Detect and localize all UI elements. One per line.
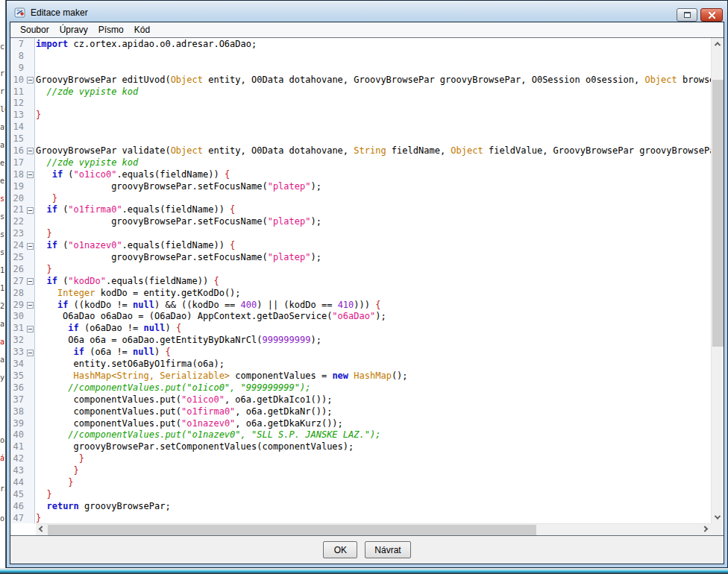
code-text[interactable]: GroovyBrowsePar validate(Object entity, … (36, 145, 711, 157)
code-text[interactable]: } (36, 477, 74, 489)
code-line[interactable]: 23 } (10, 228, 711, 240)
fold-collapse-icon[interactable] (27, 302, 34, 309)
code-text[interactable]: GroovyBrowsePar editUvod(Object entity, … (36, 75, 711, 86)
menu-item-kod[interactable]: Kód (129, 23, 155, 37)
fold-collapse-icon[interactable] (27, 207, 34, 214)
fold-collapse-icon[interactable] (27, 77, 34, 83)
code-text[interactable]: groovyBrowsePar.setFocusName("platep"); (36, 181, 321, 193)
code-line[interactable]: 44 } (10, 477, 711, 489)
fold-collapse-icon[interactable] (27, 278, 34, 285)
vertical-scrollbar-thumb[interactable] (712, 80, 724, 347)
code-text[interactable]: } (36, 465, 79, 477)
code-line[interactable]: 24 if ("o1nazev0".equals(fieldName)) { (10, 240, 711, 252)
horizontal-scrollbar[interactable] (36, 523, 711, 535)
code-editor[interactable]: 7import cz.ortex.apidao.o0.adresar.O6aDa… (10, 37, 724, 535)
close-button[interactable] (700, 8, 723, 22)
code-line[interactable]: 47} (10, 513, 711, 523)
code-text[interactable]: if ("o1nazev0".equals(fieldName)) { (36, 240, 235, 252)
vertical-scrollbar[interactable] (711, 38, 724, 523)
code-line[interactable]: 46 return groovyBrowsePar; (10, 501, 711, 513)
code-text[interactable]: groovyBrowsePar.setFocusName("platep"); (36, 252, 321, 264)
code-text[interactable]: if ("o1ico0".equals(fieldName)) { (36, 169, 230, 181)
fold-collapse-icon[interactable] (27, 148, 34, 154)
code-line[interactable]: 36 //componentValues.put("o1ico0", "9999… (10, 382, 711, 394)
code-text[interactable]: if (o6aDao != null) { (36, 323, 181, 335)
scroll-right-button[interactable] (699, 524, 711, 535)
code-line[interactable]: 39 componentValues.put("o1nazev0", o6a.g… (10, 418, 711, 430)
code-text[interactable]: componentValues.put("o1nazev0", o6a.getD… (36, 418, 343, 430)
code-line[interactable]: 15 (10, 133, 711, 145)
code-line[interactable]: 28 Integer kodDo = entity.getKodDo(); (10, 288, 711, 300)
code-line[interactable]: 8 (10, 51, 711, 63)
scroll-left-button[interactable] (36, 524, 48, 535)
code-text[interactable]: entity.setO6aByO1firma(o6a); (36, 359, 225, 370)
code-text[interactable]: if ((kodDo != null) && ((kodDo == 400) |… (36, 300, 380, 312)
code-line[interactable]: 31 if (o6aDao != null) { (10, 323, 711, 335)
menu-item-soubor[interactable]: Soubor (15, 23, 54, 37)
code-line[interactable]: 42 } (10, 453, 711, 465)
code-text[interactable]: groovyBrowsePar.setComponentValues(compo… (36, 441, 354, 453)
code-line[interactable]: 35 HashMap<String, Serializable> compone… (10, 370, 711, 382)
code-line[interactable]: 19 groovyBrowsePar.setFocusName("platep"… (10, 181, 711, 193)
fold-collapse-icon[interactable] (27, 243, 34, 250)
scroll-down-button[interactable] (712, 511, 724, 523)
code-line[interactable]: 16GroovyBrowsePar validate(Object entity… (10, 145, 711, 157)
code-text[interactable]: //componentValues.put("o1nazev0", "SLL S… (36, 429, 380, 441)
ok-button[interactable]: OK (323, 541, 357, 558)
code-line[interactable]: 7import cz.ortex.apidao.o0.adresar.O6aDa… (10, 39, 711, 51)
code-line[interactable]: 43 } (10, 465, 711, 477)
code-line[interactable]: 41 groovyBrowsePar.setComponentValues(co… (10, 441, 711, 453)
code-line[interactable]: 38 componentValues.put("o1firma0", o6a.g… (10, 406, 711, 418)
scroll-up-button[interactable] (712, 38, 724, 50)
code-text[interactable]: } (36, 264, 52, 276)
code-text[interactable]: //componentValues.put("o1ico0", "9999999… (36, 382, 310, 394)
code-text[interactable]: Integer kodDo = entity.getKodDo(); (36, 288, 241, 300)
code-text[interactable]: //zde vypiste kod (36, 86, 138, 98)
maximize-button[interactable] (677, 8, 697, 22)
code-text[interactable]: groovyBrowsePar.setFocusName("platep"); (36, 216, 321, 228)
code-line[interactable]: 25 groovyBrowsePar.setFocusName("platep"… (10, 252, 711, 264)
code-text[interactable]: O6aDao o6aDao = (O6aDao) AppContext.getD… (36, 311, 386, 323)
code-text[interactable]: } (36, 110, 41, 122)
code-text[interactable]: if ("kodDo".equals(fieldName)) { (36, 276, 219, 288)
code-text[interactable]: componentValues.put("o1ico0", o6a.getDka… (36, 394, 332, 406)
code-text[interactable]: //zde vypiste kod (36, 157, 138, 169)
code-text[interactable]: O6a o6a = o6aDao.getEntityByDkaNrCl(9999… (36, 335, 321, 347)
code-text[interactable]: if (o6a != null) { (36, 347, 171, 359)
navrat-button[interactable]: Návrat (365, 541, 410, 558)
code-text[interactable]: } (36, 489, 52, 501)
code-line[interactable]: 14 (10, 122, 711, 133)
code-line[interactable]: 37 componentValues.put("o1ico0", o6a.get… (10, 394, 711, 406)
code-text[interactable]: return groovyBrowsePar; (36, 501, 171, 513)
code-line[interactable]: 10GroovyBrowsePar editUvod(Object entity… (10, 75, 711, 86)
code-line[interactable]: 34 entity.setO6aByO1firma(o6a); (10, 359, 711, 370)
code-line[interactable]: 26 } (10, 264, 711, 276)
code-text[interactable]: HashMap<String, Serializable> componentV… (36, 370, 408, 382)
code-line[interactable]: 33 if (o6a != null) { (10, 347, 711, 359)
code-line[interactable]: 45 } (10, 489, 711, 501)
code-line[interactable]: 20 } (10, 193, 711, 205)
fold-collapse-icon[interactable] (27, 350, 34, 356)
code-text[interactable]: import cz.ortex.apidao.o0.adresar.O6aDao… (36, 39, 257, 51)
code-line[interactable]: 12 (10, 98, 711, 110)
horizontal-scrollbar-thumb[interactable] (48, 525, 536, 535)
code-line[interactable]: 21 if ("o1firma0".equals(fieldName)) { (10, 204, 711, 216)
code-line[interactable]: 18 if ("o1ico0".equals(fieldName)) { (10, 169, 711, 181)
code-line[interactable]: 40 //componentValues.put("o1nazev0", "SL… (10, 429, 711, 441)
code-text[interactable]: } (36, 513, 41, 523)
code-text[interactable]: componentValues.put("o1firma0", o6a.getD… (36, 406, 332, 418)
fold-collapse-icon[interactable] (27, 326, 34, 332)
code-line[interactable]: 29 if ((kodDo != null) && ((kodDo == 400… (10, 300, 711, 312)
menu-item-pismo[interactable]: Písmo (93, 23, 129, 37)
code-line[interactable]: 9 (10, 63, 711, 75)
code-line[interactable]: 17 //zde vypiste kod (10, 157, 711, 169)
code-line[interactable]: 11 //zde vypiste kod (10, 86, 711, 98)
code-text[interactable]: } (36, 228, 52, 240)
code-text[interactable]: } (36, 193, 57, 205)
fold-collapse-icon[interactable] (27, 171, 34, 178)
code-line[interactable]: 13} (10, 110, 711, 122)
code-text[interactable]: if ("o1firma0".equals(fieldName)) { (36, 204, 235, 216)
code-line[interactable]: 22 groovyBrowsePar.setFocusName("platep"… (10, 216, 711, 228)
code-line[interactable]: 32 O6a o6a = o6aDao.getEntityByDkaNrCl(9… (10, 335, 711, 347)
code-text[interactable]: } (36, 453, 84, 465)
